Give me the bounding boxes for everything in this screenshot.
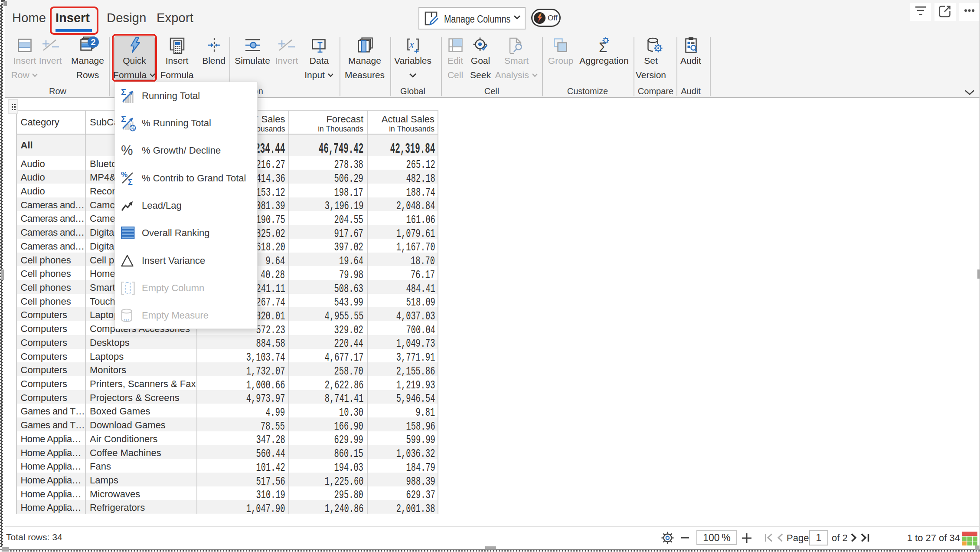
svg-text:%: % (131, 125, 135, 130)
svg-text:2: 2 (91, 37, 95, 47)
svg-text:Σ: Σ (121, 115, 126, 124)
svg-text:x: x (409, 39, 414, 50)
svg-text:Σ: Σ (128, 178, 133, 185)
svg-text:Σ: Σ (121, 88, 126, 97)
svg-text:%: % (121, 145, 133, 156)
svg-text:%: % (121, 171, 127, 179)
